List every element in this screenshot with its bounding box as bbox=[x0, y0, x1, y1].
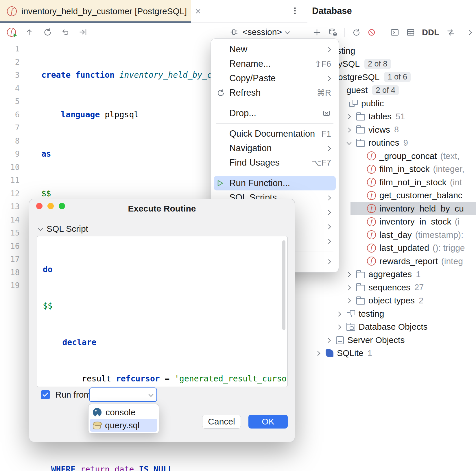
query-console-icon[interactable] bbox=[390, 28, 399, 37]
menu-item-rename[interactable]: Rename... ⇧F6 bbox=[214, 57, 336, 71]
function-icon bbox=[367, 165, 376, 174]
ok-button[interactable]: OK bbox=[248, 415, 288, 429]
menu-item-run-function[interactable]: Run Function... bbox=[214, 176, 336, 190]
server-objects-icon bbox=[336, 336, 344, 344]
add-icon[interactable] bbox=[313, 28, 321, 37]
menu-item-navigation[interactable]: Navigation bbox=[214, 141, 336, 155]
menu-item-refresh[interactable]: Refresh ⌘R bbox=[214, 86, 336, 100]
run-console-icon[interactable] bbox=[7, 28, 16, 37]
tree-item-sqlite[interactable]: SQLite 1 bbox=[308, 347, 476, 360]
disconnect-icon[interactable] bbox=[367, 28, 376, 37]
code-line: $$ bbox=[43, 300, 287, 312]
function-icon bbox=[367, 244, 376, 253]
run-from-label: Run from bbox=[55, 390, 91, 400]
drop-icon bbox=[322, 109, 331, 118]
chevron-right-icon[interactable] bbox=[346, 114, 351, 119]
shortcut-label: ⇧F6 bbox=[314, 59, 331, 69]
function-file-icon bbox=[7, 6, 17, 16]
dropdown-option-query-sql[interactable]: query.sql bbox=[90, 419, 157, 432]
menu-item-new[interactable]: New bbox=[214, 42, 336, 57]
item-count: 1 bbox=[416, 270, 420, 279]
run-from-combobox[interactable] bbox=[89, 387, 157, 402]
sync-icon[interactable] bbox=[43, 27, 52, 37]
function-icon bbox=[367, 257, 376, 266]
schema-count-badge: 1 of 6 bbox=[384, 72, 411, 82]
menu-item-find-usages[interactable]: Find Usages ⌥F7 bbox=[214, 155, 336, 170]
chevron-down-icon bbox=[148, 392, 153, 397]
tree-item-testing[interactable]: testing bbox=[308, 307, 476, 320]
database-objects-icon bbox=[346, 324, 355, 331]
item-count: 27 bbox=[414, 283, 424, 292]
menu-item-copy-paste[interactable]: Copy/Paste bbox=[214, 71, 336, 86]
execute-routine-dialog: Execute Routine SQL Script do $$ declare… bbox=[29, 199, 295, 442]
postgres-icon bbox=[93, 408, 102, 417]
table-icon[interactable] bbox=[406, 28, 415, 37]
database-file-icon bbox=[93, 424, 101, 429]
submenu-chevron-icon bbox=[326, 195, 331, 200]
tree-item-database-objects[interactable]: Database Objects bbox=[308, 320, 476, 334]
menu-item-drop[interactable]: Drop... bbox=[214, 106, 336, 120]
scrollbar-thumb[interactable] bbox=[282, 240, 285, 330]
sql-script-section-header[interactable]: SQL Script bbox=[38, 224, 287, 234]
chevron-right-icon[interactable] bbox=[346, 272, 351, 277]
folder-icon bbox=[356, 298, 365, 305]
folder-icon bbox=[356, 285, 365, 291]
chevron-down-icon bbox=[38, 227, 43, 231]
chevron-right-icon[interactable] bbox=[467, 30, 472, 35]
chevron-right-icon[interactable] bbox=[337, 311, 341, 316]
item-count: 51 bbox=[396, 112, 405, 121]
item-count: 8 bbox=[394, 125, 399, 134]
tree-item-sequences[interactable]: sequences 27 bbox=[308, 281, 476, 294]
tab-title: inventory_held_by_customer [PostgreSQL] bbox=[21, 6, 187, 16]
menu-separator bbox=[216, 173, 333, 173]
menu-item-quick-documentation[interactable]: Quick Documentation F1 bbox=[214, 127, 336, 141]
function-icon bbox=[367, 204, 376, 213]
line-number-gutter: 12 34 56 78 910 1112 1314 1516 1718 19 bbox=[0, 42, 32, 471]
dropdown-option-console[interactable]: console bbox=[90, 406, 157, 419]
shortcut-label: F1 bbox=[321, 129, 331, 139]
item-count: 2 bbox=[419, 296, 423, 305]
section-divider bbox=[95, 229, 287, 229]
compare-icon[interactable] bbox=[446, 28, 455, 37]
chevron-right-icon[interactable] bbox=[316, 351, 320, 355]
ddl-button[interactable]: DDL bbox=[422, 28, 439, 37]
chevron-right-icon[interactable] bbox=[346, 127, 351, 132]
upload-icon[interactable] bbox=[25, 27, 34, 37]
toolbar-divider bbox=[344, 28, 345, 37]
chevron-right-icon[interactable] bbox=[346, 298, 351, 303]
chevron-right-icon[interactable] bbox=[346, 285, 351, 290]
schema-count-badge: 2 of 8 bbox=[364, 59, 391, 69]
datasource-settings-icon[interactable] bbox=[328, 28, 337, 37]
item-count: 1 bbox=[368, 348, 372, 358]
submenu-chevron-icon bbox=[326, 224, 331, 229]
signature-hint: (): trigge bbox=[433, 243, 465, 253]
submenu-chevron-icon bbox=[326, 146, 331, 151]
tab-inventory-held-by-customer[interactable]: inventory_held_by_customer [PostgreSQL] bbox=[0, 0, 191, 23]
run-from-checkbox[interactable] bbox=[41, 390, 50, 399]
function-icon bbox=[367, 191, 376, 200]
signature-hint: (text, bbox=[440, 151, 460, 161]
play-icon bbox=[216, 179, 229, 187]
sql-script-editor[interactable]: do $$ declare result refcursor = 'genera… bbox=[37, 236, 288, 387]
more-options-icon[interactable] bbox=[290, 6, 300, 16]
step-icon[interactable] bbox=[78, 27, 88, 37]
item-count: 9 bbox=[403, 138, 408, 148]
tab-close-icon[interactable] bbox=[194, 8, 202, 15]
section-label: SQL Script bbox=[47, 224, 88, 234]
tree-item-object-types[interactable]: object types 2 bbox=[308, 294, 476, 307]
chevron-down-icon bbox=[285, 30, 289, 34]
code-line: WHERE return_date IS NULL bbox=[41, 463, 307, 471]
chevron-right-icon[interactable] bbox=[326, 338, 331, 342]
undo-icon[interactable] bbox=[60, 27, 70, 37]
chevron-right-icon[interactable] bbox=[337, 324, 341, 329]
session-label: <session> bbox=[242, 27, 282, 37]
tree-item-server-objects[interactable]: Server Objects bbox=[308, 333, 476, 347]
refresh-icon[interactable] bbox=[352, 28, 360, 37]
function-icon bbox=[367, 217, 376, 226]
code-line: do bbox=[43, 264, 287, 276]
panel-title: Database bbox=[308, 0, 476, 16]
chevron-down-icon[interactable] bbox=[346, 140, 351, 145]
cancel-button[interactable]: Cancel bbox=[202, 415, 241, 429]
folder-icon bbox=[356, 272, 365, 278]
folder-icon bbox=[356, 140, 365, 147]
